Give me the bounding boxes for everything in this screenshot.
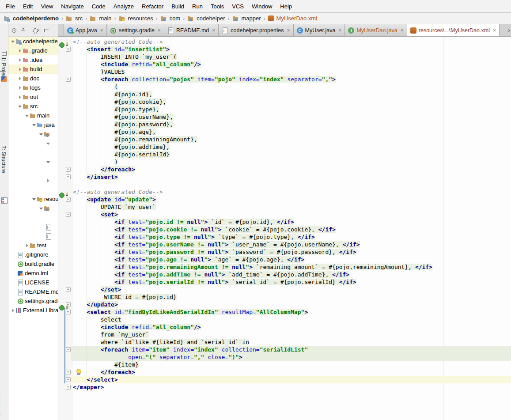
code-line[interactable]: <if test="pojo.type != null"> `type` = #… <box>73 233 315 241</box>
tree-item-readme-md[interactable]: README.md <box>8 287 58 296</box>
code-line[interactable]: open="(" separator="," close=")"> <box>73 353 242 361</box>
code-line[interactable]: </update> <box>73 301 118 308</box>
code-line[interactable]: where `id`like #{likeId} and `serial_id`… <box>73 338 249 346</box>
structure-tool-icon[interactable] <box>1 197 8 204</box>
code-line[interactable]: </select> <box>73 376 118 383</box>
breadcrumb-item-mapper[interactable]: mapper <box>231 15 262 22</box>
code-line[interactable]: </mapper> <box>73 383 104 391</box>
menu-item-build[interactable]: Build <box>167 1 188 11</box>
tree-item-java[interactable]: java <box>8 120 58 129</box>
fold-end-icon[interactable] <box>66 370 71 375</box>
tab-close-icon[interactable]: × <box>212 27 215 34</box>
menu-item-view[interactable]: View <box>37 1 57 11</box>
menu-item-help[interactable]: Help <box>276 1 296 11</box>
chevron-down-icon[interactable] <box>24 113 30 118</box>
fold-collapse-icon[interactable] <box>66 347 71 352</box>
code-line[interactable]: <!--auto generated Code--> <box>73 38 163 45</box>
menu-item-tools[interactable]: Tools <box>207 1 228 11</box>
code-line[interactable]: <if test="pojo.serialId != null"> `seria… <box>73 278 356 286</box>
code-line[interactable]: <include refid="all_column"/> <box>73 61 201 68</box>
tool-button-structure[interactable]: 7: Structure <box>0 146 7 173</box>
chevron-down-icon[interactable] <box>45 159 51 165</box>
chevron-right-icon[interactable] <box>17 57 23 63</box>
tree-item-external-libraries[interactable]: External Libraries <box>8 306 58 315</box>
tree-item-item[interactable] <box>8 222 58 231</box>
tree-item-license[interactable]: LICENSE <box>8 278 58 287</box>
code-line[interactable]: #{pojo.cookie}, <box>73 98 166 106</box>
chevron-down-icon[interactable] <box>38 206 44 211</box>
chevron-down-icon[interactable] <box>31 197 37 202</box>
chevron-right-icon[interactable] <box>17 95 23 100</box>
breadcrumb-item-myuserdao-xml[interactable]: MyUserDao.xml <box>267 15 318 22</box>
chevron-down-icon[interactable] <box>31 122 37 128</box>
menu-item-edit[interactable]: Edit <box>19 1 37 11</box>
code-line[interactable]: #{pojo.age}, <box>73 128 156 136</box>
plugin-tool-icon[interactable] <box>1 76 7 82</box>
collapse-icon[interactable] <box>20 27 26 34</box>
fold-end-icon[interactable] <box>66 385 71 390</box>
chevron-right-icon[interactable] <box>45 178 51 183</box>
breadcrumb-item-src[interactable]: src <box>65 15 83 22</box>
tab-settings-gradle[interactable]: settings.gradle× <box>107 24 164 36</box>
code-line[interactable]: <if test="pojo.age != null"> `age` = #{p… <box>73 256 304 263</box>
code-line[interactable]: INSERT INTO `my_user`( <box>73 53 177 61</box>
tab-myuser-java[interactable]: CMyUser.java× <box>294 24 345 36</box>
code-line[interactable]: <foreach collection="pojos" item="pojo" … <box>73 76 336 83</box>
tree-item-item[interactable] <box>8 157 58 166</box>
tree-item-demo-iml[interactable]: demo.iml <box>8 269 58 278</box>
tree-item-main[interactable]: main <box>8 111 58 120</box>
locate-icon[interactable] <box>11 27 17 34</box>
code-line[interactable]: <if test="pojo.remainingAmount != null">… <box>73 263 432 271</box>
chevron-right-icon[interactable] <box>10 308 15 313</box>
tab-close-icon[interactable]: × <box>287 27 290 34</box>
code-line[interactable]: </set> <box>73 286 121 293</box>
code-line[interactable]: <if test="pojo.userName != null"> `user_… <box>73 241 360 248</box>
chevron-right-icon[interactable] <box>17 67 23 72</box>
code-line[interactable]: #{pojo.id}, <box>73 91 152 98</box>
fold-end-icon[interactable] <box>66 287 71 292</box>
tab-myuserdao-java[interactable]: IMyUserDao.java× <box>345 24 407 36</box>
code-line[interactable]: #{pojo.addTime}, <box>73 143 170 151</box>
chevron-down-icon[interactable] <box>38 132 44 137</box>
code-line[interactable]: <update id="update"> <box>73 196 156 203</box>
mybatis-nav-icon[interactable] <box>59 42 70 48</box>
code-line[interactable]: <if test="pojo.cookie != null"> `cookie`… <box>73 226 336 233</box>
tab-close-icon[interactable]: × <box>493 27 496 34</box>
tree-item-settings-gradle[interactable]: settings.gradle <box>8 296 58 306</box>
tree-item-idea[interactable]: .idea <box>8 55 58 64</box>
code-line[interactable]: #{pojo.userName}, <box>73 113 173 121</box>
chevron-down-icon[interactable] <box>45 141 51 146</box>
menu-item-refactor[interactable]: Refactor <box>138 1 167 11</box>
intention-bulb-icon[interactable] <box>76 369 82 375</box>
tree-item-resources[interactable]: resources <box>8 194 58 204</box>
code-line[interactable]: )VALUES <box>73 68 125 76</box>
tree-item-item[interactable] <box>8 213 58 222</box>
menu-item-run[interactable]: Run <box>188 1 207 11</box>
tree-item-logs[interactable]: logs <box>8 83 58 92</box>
code-line[interactable]: #{item} <box>73 361 139 368</box>
code-line[interactable]: #{pojo.serialId} <box>73 151 170 158</box>
mybatis-nav-icon[interactable] <box>59 193 70 198</box>
fold-end-icon[interactable] <box>66 377 71 382</box>
code-line[interactable]: #{pojo.password}, <box>73 121 173 128</box>
tree-item-item[interactable] <box>8 231 58 241</box>
menu-item-analyze[interactable]: Analyze <box>110 1 138 11</box>
tree-item-gitignore[interactable]: .gitignore <box>8 250 58 259</box>
tree-item-item[interactable] <box>8 185 58 194</box>
tab-close-icon[interactable]: × <box>338 27 341 34</box>
code-line[interactable]: from `my_user` <box>73 331 149 338</box>
tree-item-out[interactable]: out <box>8 92 58 102</box>
menu-item-window[interactable]: Window <box>248 1 276 11</box>
code-line[interactable]: #{pojo.remainingAmount}, <box>73 136 197 143</box>
breadcrumb-item-main[interactable]: main <box>89 15 112 22</box>
tree-item-item[interactable] <box>8 204 58 213</box>
chevron-right-icon[interactable] <box>17 48 23 53</box>
editor-surface[interactable]: <!--auto generated Code--> <insert id="i… <box>58 37 511 420</box>
code-line[interactable]: <select id="findByIdLikeAndSerialIdIn" r… <box>73 308 308 316</box>
tree-item-codehelperdemo[interactable]: codehelperdemo <box>8 37 58 46</box>
fold-collapse-icon[interactable] <box>66 77 71 82</box>
chevron-down-icon[interactable] <box>17 104 23 109</box>
chevron-down-icon[interactable] <box>10 39 15 44</box>
code-line[interactable]: select <box>73 316 121 323</box>
tree-item-build-gradle[interactable]: build.gradle <box>8 259 58 269</box>
